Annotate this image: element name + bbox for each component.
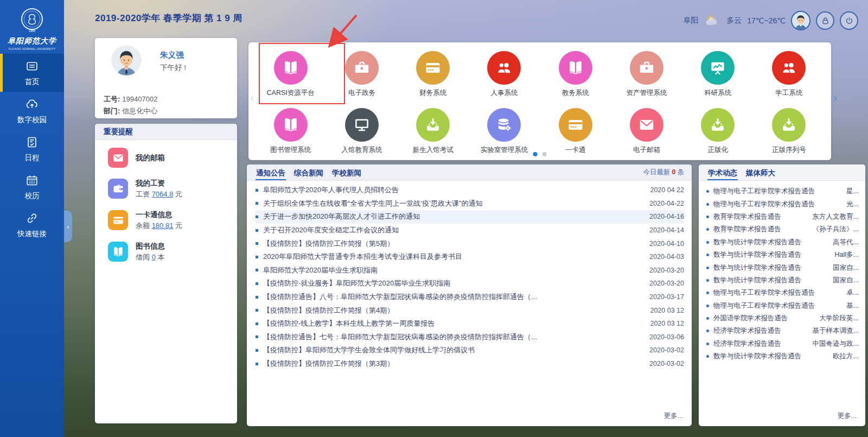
app-research[interactable]: 科研系统 [682,47,754,103]
briefcase-icon [345,51,379,85]
app-academic-affairs[interactable]: 教务系统 [540,47,611,103]
app-lab-mgmt[interactable]: 实验室管理系统 [469,104,540,160]
reminder-title: 我的邮箱 [136,153,165,163]
app-carsi[interactable]: CARSI资源平台 [255,47,326,103]
reminder-mailbox[interactable]: 我的邮箱 [108,148,237,168]
lock-button[interactable] [816,11,834,30]
user-card: 朱义强 下午好 ! 工号:199407002 部门:信息化中心 [95,38,237,118]
academic-item[interactable]: 外国语学院学术报告通告大学阶段英... [706,312,859,325]
academic-item[interactable]: 教育学院学术报告通告东方人文教育... [706,211,859,223]
academic-item[interactable]: 数学与统计学院学术报告通告国家自... [706,274,859,287]
app-hr[interactable]: 人事系统 [469,47,540,103]
today-new-label: 今日最新 [643,168,671,176]
academic-item[interactable]: 数学与统计学院学术报告通告Hall多... [706,249,859,261]
sidebar-item-digital-campus[interactable]: 数字校园 [0,92,64,130]
app-e-gov[interactable]: 电子政务 [326,47,397,103]
academic-item[interactable]: 经济学院学术报告通告基于样本调查... [706,325,859,337]
tab-school-news[interactable]: 学校新闻 [331,164,362,180]
notice-title: 阜阳师范大学2020届毕业生求职指南 [263,265,649,275]
apps-panel: CARSI资源平台电子政务财务系统人事系统教务系统资产管理系统科研系统学工系统图… [248,42,831,160]
tab-academic-trends[interactable]: 学术动态 [707,164,738,180]
academic-item[interactable]: 数学与统计学院学术报告通告欧拉方... [706,350,859,363]
reminder-link[interactable]: 180.81 [152,221,174,230]
app-finance[interactable]: 财务系统 [398,47,469,103]
apps-prev-arrow[interactable]: ‹ [250,91,254,105]
pagination-dot[interactable] [542,152,547,156]
notices-panel: 通知公告综合新闻学校新闻 今日最新0条 阜阳师范大学2020年人事代理人员招聘公… [247,164,692,426]
sidebar-item-schedule[interactable]: 日程 [0,130,64,168]
notice-item[interactable]: 关于组织全体学生在线收看“全省大学生同上一堂战‘疫’思政大课”的通知2020-0… [256,197,684,211]
open-book-icon [274,108,308,142]
notice-item[interactable]: 2020年阜阳师范大学普通专升本招生考试专业课科目及参考书目2020-04-03 [256,250,684,264]
app-library-edu[interactable]: 入馆教育系统 [326,104,397,160]
apps-next-arrow[interactable]: › [833,91,837,105]
app-serial-number[interactable]: 正版序列号 [754,104,825,160]
bullet-icon [256,242,258,245]
weather-sun-cloud-icon [704,14,721,27]
notices-more-link[interactable]: 更多... [664,411,683,421]
notice-item[interactable]: 【疫情防控】疫情防控工作简报（第5期）2020-04-10 [256,237,684,250]
reminder-link[interactable]: 0 [152,253,156,261]
notice-item[interactable]: 阜阳师范大学2020届毕业生求职指南2020-03-20 [256,264,684,277]
notice-item[interactable]: 关于召开2020年度安全稳定工作会议的通知2020-04-14 [256,224,684,237]
notice-item[interactable]: 【疫情防控】阜阳师范大学学生会致全体同学做好线上学习的倡议书2020-03-02 [256,344,684,357]
notice-item[interactable]: 关于进一步加快2020年高层次人才引进工作的通知2020-04-16 [256,210,684,224]
notice-item[interactable]: 【疫情防控通告】八号：阜阳师范大学新型冠状病毒感染的肺炎疫情防控指挥部通告（..… [256,290,684,304]
notice-item[interactable]: 【疫情防控通告】七号：阜阳师范大学新型冠状病毒感染的肺炎疫情防控指挥部通告（..… [256,331,684,344]
notice-item[interactable]: 阜阳师范大学2020年人事代理人员招聘公告2020 04 22 [256,183,684,197]
bullet-icon [256,335,258,338]
app-assets[interactable]: 资产管理系统 [611,47,682,103]
app-genuine-software[interactable]: 正版化 [682,104,754,160]
app-email[interactable]: 电子邮箱 [611,104,682,160]
academic-snippet: 基... [843,301,859,311]
notice-item[interactable]: 【疫情防控-就业服务】阜阳师范大学2020届毕业生求职指南2020-03-20 [256,277,684,290]
academic-item[interactable]: 物理与电子工程学院学术报告通告星... [706,185,859,198]
academic-title: 数学与统计学院学术报告通告 [713,263,802,273]
reminder-sub-prefix: 工资 [136,190,152,198]
envelope-icon [630,108,663,142]
seal-year: 1956 [29,29,35,33]
user-dept-label: 部门: [104,107,120,115]
today-new-counter: 今日最新0条 [643,168,684,177]
academic-item[interactable]: 数学与统计学院学术报告通告国家自... [706,261,859,274]
notice-item[interactable]: 【疫情防控】疫情防控工作简报（第3期）2020-03-02 [256,357,684,371]
app-onecard[interactable]: 一卡通 [540,104,611,160]
sidebar-item-label: 快速链接 [17,229,47,239]
sidebar-item-quick-links[interactable]: 快速链接 [0,206,64,244]
academic-more-link[interactable]: 更多... [838,411,857,421]
notice-item[interactable]: 【疫情防控】疫情防控工作简报（第4期）2020 03 12 [256,303,684,317]
link-icon [25,211,39,225]
reminder-ecard[interactable]: 一卡通信息余额 180.81 元 [108,210,237,231]
app-library-mgmt[interactable]: 图书管理系统 [255,104,326,160]
academic-item[interactable]: 物理与电子工程学院学术报告通告基... [706,300,859,312]
user-id-row: 工号:199407002 [104,94,157,104]
academic-item[interactable]: 经济学院学术报告通告中国奇迹与政... [706,338,859,350]
tab-media[interactable]: 媒体师大 [745,164,776,180]
sidebar-item-home[interactable]: 首页 [0,54,64,92]
app-label: 一卡通 [565,145,586,155]
tab-general-news[interactable]: 综合新闻 [293,164,324,180]
reminder-salary[interactable]: 我的工资工资 7064.8 元 [108,179,237,199]
app-student-work[interactable]: 学工系统 [754,47,825,103]
academic-item[interactable]: 物理与电子工程学院学术报告通告光... [706,198,859,210]
academic-snippet: 星... [843,187,859,196]
reminder-library[interactable]: 图书信息借阅 0 本 [108,242,237,262]
academic-item[interactable]: 教育学院学术报告通告《孙子兵法》... [706,223,859,236]
academic-item[interactable]: 物理与电子工程学院学术报告通告卓... [706,287,859,299]
people-icon [772,51,806,85]
pagination-dot[interactable] [533,152,538,156]
sidebar-item-calendar[interactable]: 校历 [0,168,64,206]
user-avatar [111,45,142,75]
power-button[interactable] [840,11,858,30]
reminder-link[interactable]: 7064.8 [152,190,174,198]
portal-page: 1956 阜阳师范大学 FUYANG NORMAL UNIVERSITY 首页数… [0,0,868,437]
app-freshman-exam[interactable]: 新生入馆考试 [398,104,469,160]
tab-announcements[interactable]: 通知公告 [256,164,286,180]
academic-item[interactable]: 数学与统计学院学术报告通告高等代... [706,236,859,249]
notice-item[interactable]: 【疫情防控-线上教学】本科生线上教学第一周质量报告2020 03 12 [256,317,684,331]
notices-header: 通知公告综合新闻学校新闻 今日最新0条 [247,164,692,181]
user-name[interactable]: 朱义强 [160,50,184,60]
user-avatar-button[interactable] [791,11,810,30]
bullet-icon [256,349,258,352]
sidebar-collapse-handle[interactable]: ‹ [64,211,72,242]
